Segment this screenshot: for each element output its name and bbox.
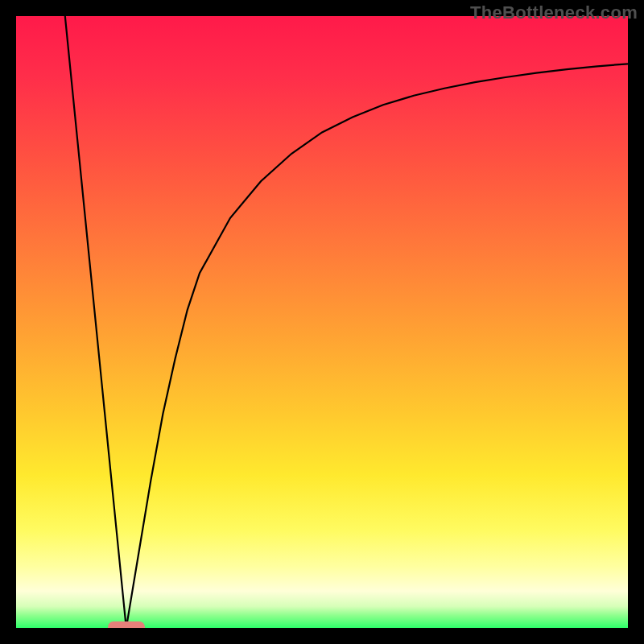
plot-area [16,16,628,628]
optimal-point-marker [108,621,145,628]
chart-frame: TheBottleneck.com [0,0,644,644]
watermark-text: TheBottleneck.com [470,2,638,23]
bottleneck-curve-path [65,16,628,628]
bottleneck-curve [16,16,628,628]
